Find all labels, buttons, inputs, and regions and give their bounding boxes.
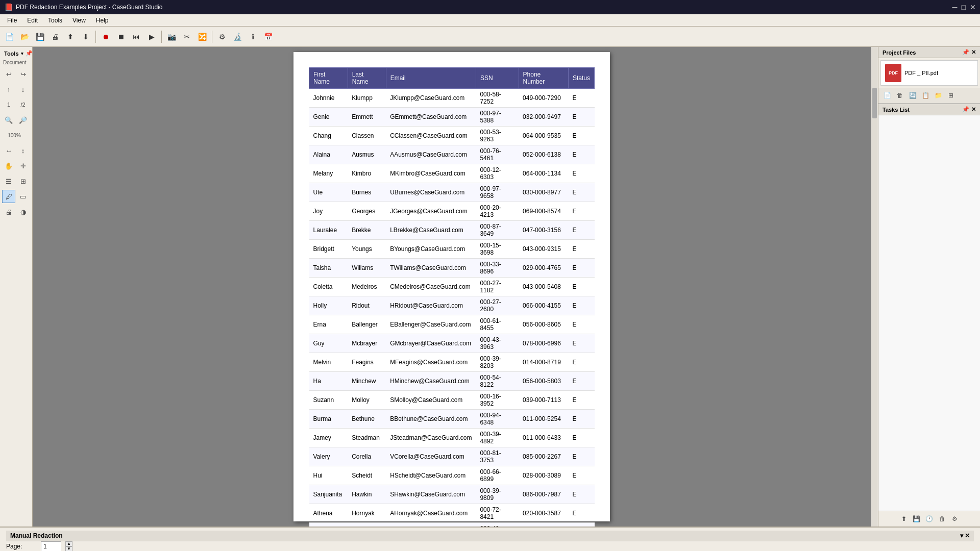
page-stepper[interactable]: ▲ ▼ [65, 541, 72, 551]
snapshot-button[interactable]: 📷 [164, 30, 179, 44]
cell-r0-c5: E [568, 89, 594, 108]
cut-button[interactable]: ✂ [180, 30, 194, 44]
analyze-button[interactable]: 🔬 [230, 30, 244, 44]
ri-grid-button[interactable]: ⊞ [945, 90, 957, 101]
list-view-button[interactable]: ☰ [2, 174, 15, 188]
tools-pin-icon[interactable]: 📌 [26, 50, 33, 57]
redact-pen-button[interactable]: 🖊 [2, 190, 15, 203]
grid-view-button[interactable]: ⊞ [16, 174, 30, 188]
cell-r21-c1: Hawkin [348, 485, 386, 504]
app-icon: 📕 [4, 3, 13, 11]
table-row: MelvinFeaginsMFeagins@CaseGuard.com000-3… [309, 353, 595, 372]
app-title: PDF Redaction Examples Project - CaseGua… [16, 4, 162, 11]
document-area[interactable]: First Name Last Name Email SSN Phone Num… [33, 47, 871, 527]
project-files-pin[interactable]: 📌 [962, 49, 969, 56]
rbi-delete2-button[interactable]: 🗑 [937, 513, 948, 524]
redo-button[interactable]: ↪ [16, 67, 30, 81]
table-row: BridgettYoungsBYoungs@CaseGuard.com000-1… [309, 240, 595, 259]
cell-r19-c0: Valery [309, 447, 348, 466]
ri-refresh-button[interactable]: 🔄 [907, 90, 918, 101]
maximize-button[interactable]: □ [962, 3, 966, 11]
new-button[interactable]: 📄 [2, 30, 16, 44]
pan-row: ↔ ↕ [2, 144, 30, 157]
tasks-header-controls: 📌 ✕ [962, 106, 976, 113]
ri-new-button[interactable]: 📄 [881, 90, 893, 101]
record-button[interactable]: ⏺ [99, 30, 113, 44]
tasks-close[interactable]: ✕ [971, 106, 976, 113]
cell-r15-c4: 056-000-5803 [519, 372, 568, 391]
menu-view[interactable]: View [67, 16, 91, 25]
save-button[interactable]: 💾 [33, 30, 47, 44]
page-input[interactable] [41, 541, 61, 551]
crosshair-tool-button[interactable]: ✛ [16, 159, 30, 172]
cell-r8-c4: 043-000-9315 [519, 240, 568, 259]
page-up-button[interactable]: ▲ [65, 541, 72, 546]
open-button[interactable]: 📂 [17, 30, 32, 44]
cell-r9-c2: TWillams@CaseGuard.com [386, 259, 476, 278]
cell-r20-c1: Scheidt [348, 466, 386, 485]
cell-r3-c1: Ausmus [348, 145, 386, 164]
rewind-button[interactable]: ⏮ [129, 30, 143, 44]
cell-r10-c5: E [568, 278, 594, 296]
rbi-settings-button[interactable]: ⚙ [949, 513, 961, 524]
prev-page-button[interactable]: ↑ [2, 83, 15, 96]
minimize-button[interactable]: ─ [952, 3, 958, 11]
table-row: ErnaBallengerEBallenger@CaseGuard.com000… [309, 315, 595, 334]
cell-r12-c4: 056-000-8605 [519, 315, 568, 334]
cell-r23-c0: Vicky [309, 523, 348, 527]
close-button[interactable]: ✕ [970, 3, 976, 11]
tools-dropdown-icon[interactable]: ▾ [21, 51, 23, 56]
project-files-close[interactable]: ✕ [971, 49, 976, 56]
rbi-save-button[interactable]: 💾 [911, 513, 922, 524]
cell-r4-c0: Melany [309, 164, 348, 183]
zoom-row: 🔍 🔎 [2, 113, 30, 127]
page-down-button[interactable]: ▼ [65, 546, 72, 551]
vertical-scrollbar[interactable] [871, 47, 878, 527]
info-button[interactable]: ℹ [246, 30, 260, 44]
ri-copy-button[interactable]: 📋 [920, 90, 931, 101]
zoom-out-button[interactable]: 🔍 [2, 113, 15, 127]
ri-delete-button[interactable]: 🗑 [894, 90, 905, 101]
process-button[interactable]: ⚙ [215, 30, 229, 44]
ri-folder-button[interactable]: 📁 [933, 90, 944, 101]
fit-page-button[interactable]: ↕ [16, 144, 30, 157]
menu-tools[interactable]: Tools [43, 16, 67, 25]
zoom-level-display[interactable]: 100% [2, 129, 27, 142]
next-page-button[interactable]: ↓ [16, 83, 30, 96]
redaction-collapse-icon[interactable]: ▾ ✕ [960, 532, 970, 539]
menu-edit[interactable]: Edit [22, 16, 43, 25]
redact-rect-button[interactable]: ▭ [16, 190, 30, 203]
cell-r11-c4: 066-000-4155 [519, 296, 568, 315]
print2-button[interactable]: 🖨 [2, 205, 15, 218]
zoom-in-button[interactable]: 🔎 [16, 113, 30, 127]
stop-button[interactable]: ⏹ [114, 30, 128, 44]
menu-file[interactable]: File [2, 16, 22, 25]
rbi-history-button[interactable]: 🕐 [924, 513, 935, 524]
print-button[interactable]: 🖨 [48, 30, 62, 44]
toolbar-sep-2 [161, 31, 162, 43]
fit-width-button[interactable]: ↔ [2, 144, 15, 157]
redact-row: 🖊 ▭ [2, 190, 30, 203]
pdf-file-item[interactable]: PDF _ PII.pdf [880, 60, 978, 86]
tasks-pin[interactable]: 📌 [962, 106, 969, 113]
pii-table: First Name Last Name Email SSN Phone Num… [309, 67, 595, 527]
table-row: SanjuanitaHawkinSHawkin@CaseGuard.com000… [309, 485, 595, 504]
rbi-add-button[interactable]: ⬆ [898, 513, 910, 524]
shuffle-button[interactable]: 🔀 [195, 30, 209, 44]
upload-button[interactable]: ⬆ [63, 30, 78, 44]
play-button[interactable]: ▶ [144, 30, 159, 44]
cell-r20-c5: E [568, 466, 594, 485]
calendar-button[interactable]: 📅 [261, 30, 275, 44]
contrast-button[interactable]: ◑ [16, 205, 30, 218]
download-button[interactable]: ⬇ [79, 30, 93, 44]
print-contrast-row: 🖨 ◑ [2, 205, 30, 218]
cell-r20-c4: 028-000-3089 [519, 466, 568, 485]
menu-help[interactable]: Help [91, 16, 114, 25]
undo-button[interactable]: ↩ [2, 67, 15, 81]
cell-r3-c3: 000-76-5461 [476, 145, 519, 164]
undo-redo-row: ↩ ↪ [2, 67, 30, 81]
cell-r10-c3: 000-27-1182 [476, 278, 519, 296]
hand-tool-button[interactable]: ✋ [2, 159, 15, 172]
redaction-controls: Page: ▲ ▼ Reason: ▾ ✏ Color: A ▾ Show Ta… [6, 541, 974, 551]
scroll-thumb[interactable] [872, 88, 877, 118]
